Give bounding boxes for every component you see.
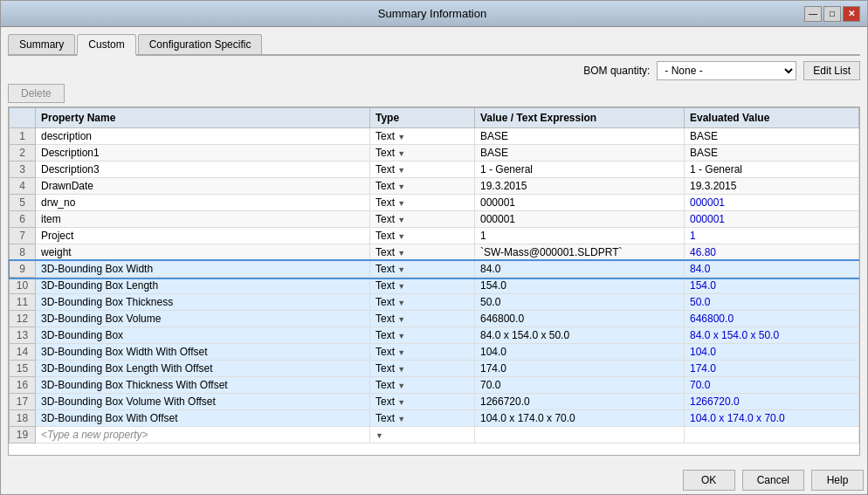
value-cell[interactable]: 70.0 [475, 377, 685, 394]
tab-summary[interactable]: Summary [8, 34, 75, 54]
type-cell[interactable]: Text ▼ [370, 228, 475, 244]
table-row[interactable]: 133D-Bounding BoxText ▼84.0 x 154.0 x 50… [10, 327, 859, 344]
bom-select[interactable]: - None - [657, 61, 796, 80]
table-row[interactable]: 4DrawnDateText ▼19.3.201519.3.2015 [10, 178, 859, 195]
cancel-button[interactable]: Cancel [742, 470, 804, 491]
type-dropdown-arrow[interactable]: ▼ [397, 332, 405, 340]
value-cell[interactable]: BASE [475, 145, 685, 162]
type-cell[interactable]: Text ▼ [370, 294, 475, 311]
value-cell[interactable]: 104.0 x 174.0 x 70.0 [475, 410, 685, 427]
type-dropdown-arrow[interactable]: ▼ [397, 232, 405, 241]
value-cell[interactable]: 1 - General [475, 162, 685, 178]
properties-table-container[interactable]: Property Name Type Value / Text Expressi… [8, 107, 860, 456]
type-cell[interactable]: Text ▼ [370, 278, 475, 294]
type-cell[interactable]: Text ▼ [370, 178, 475, 195]
table-row[interactable]: 19<Type a new property>▼ [10, 427, 859, 443]
type-cell[interactable]: Text ▼ [370, 128, 475, 145]
value-cell[interactable]: BASE [475, 128, 685, 145]
value-cell[interactable]: 174.0 [475, 361, 685, 377]
type-cell[interactable]: Text ▼ [370, 145, 475, 162]
type-dropdown-arrow[interactable]: ▼ [397, 348, 405, 357]
property-name-cell[interactable]: 3D-Bounding Box Volume With Offset [36, 394, 370, 410]
property-name-cell[interactable]: Description1 [36, 145, 370, 162]
property-name-cell[interactable]: 3D-Bounding Box Length With Offset [36, 361, 370, 377]
type-dropdown-arrow[interactable]: ▼ [397, 365, 405, 374]
delete-button[interactable]: Delete [8, 84, 65, 103]
type-dropdown-arrow[interactable]: ▼ [397, 315, 405, 324]
type-dropdown-arrow[interactable]: ▼ [397, 216, 405, 224]
property-name-cell[interactable]: 3D-Bounding Box Width [36, 261, 370, 278]
type-dropdown-arrow[interactable]: ▼ [397, 249, 405, 258]
table-row[interactable]: 5drw_noText ▼000001000001 [10, 195, 859, 211]
table-row[interactable]: 143D-Bounding Box Width With OffsetText … [10, 344, 859, 361]
property-name-cell[interactable]: 3D-Bounding Box [36, 327, 370, 344]
type-dropdown-arrow[interactable]: ▼ [397, 282, 405, 291]
value-cell[interactable]: 000001 [475, 195, 685, 211]
table-row[interactable]: 8weightText ▼`SW-Mass@000001.SLDPRT`46.8… [10, 244, 859, 261]
property-name-cell[interactable]: 3D-Bounding Box Thickness [36, 294, 370, 311]
type-cell[interactable]: Text ▼ [370, 244, 475, 261]
type-dropdown-arrow[interactable]: ▼ [397, 415, 405, 423]
property-name-cell[interactable]: description [36, 128, 370, 145]
value-cell[interactable]: 154.0 [475, 278, 685, 294]
type-cell[interactable]: Text ▼ [370, 394, 475, 410]
type-cell[interactable]: Text ▼ [370, 211, 475, 228]
minimize-button[interactable]: — [804, 6, 822, 22]
table-row[interactable]: 163D-Bounding Box Thickness With OffsetT… [10, 377, 859, 394]
type-cell[interactable]: Text ▼ [370, 344, 475, 361]
property-name-cell[interactable]: 3D-Bounding Box Length [36, 278, 370, 294]
value-cell[interactable]: 1266720.0 [475, 394, 685, 410]
help-button[interactable]: Help [811, 470, 864, 491]
property-name-cell[interactable]: 3D-Bounding Box Width With Offset [36, 344, 370, 361]
property-name-cell[interactable]: drw_no [36, 195, 370, 211]
property-name-cell[interactable]: item [36, 211, 370, 228]
property-name-cell[interactable]: 3D-Bounding Box With Offset [36, 410, 370, 427]
table-row[interactable]: 6itemText ▼000001000001 [10, 211, 859, 228]
edit-list-button[interactable]: Edit List [803, 61, 860, 80]
table-row[interactable]: 2Description1Text ▼BASEBASE [10, 145, 859, 162]
type-dropdown-arrow[interactable]: ▼ [397, 182, 405, 191]
value-cell[interactable]: 84.0 [475, 261, 685, 278]
type-cell[interactable]: Text ▼ [370, 327, 475, 344]
value-cell[interactable]: 50.0 [475, 294, 685, 311]
close-button[interactable]: ✕ [843, 6, 860, 22]
value-cell[interactable] [475, 427, 685, 443]
type-cell[interactable]: Text ▼ [370, 311, 475, 327]
value-cell[interactable]: 84.0 x 154.0 x 50.0 [475, 327, 685, 344]
value-cell[interactable]: 104.0 [475, 344, 685, 361]
type-cell[interactable]: Text ▼ [370, 410, 475, 427]
value-cell[interactable]: 000001 [475, 211, 685, 228]
table-row[interactable]: 1descriptionText ▼BASEBASE [10, 128, 859, 145]
type-dropdown-arrow[interactable]: ▼ [397, 382, 405, 390]
value-cell[interactable]: 646800.0 [475, 311, 685, 327]
property-name-cell[interactable]: Project [36, 228, 370, 244]
type-dropdown-arrow[interactable]: ▼ [397, 166, 405, 175]
type-dropdown-arrow[interactable]: ▼ [397, 133, 405, 141]
table-row[interactable]: 113D-Bounding Box ThicknessText ▼50.050.… [10, 294, 859, 311]
type-cell[interactable]: Text ▼ [370, 377, 475, 394]
value-cell[interactable]: `SW-Mass@000001.SLDPRT` [475, 244, 685, 261]
table-row[interactable]: 183D-Bounding Box With OffsetText ▼104.0… [10, 410, 859, 427]
type-dropdown-arrow[interactable]: ▼ [397, 299, 405, 307]
type-dropdown-arrow[interactable]: ▼ [397, 199, 405, 208]
type-cell[interactable]: Text ▼ [370, 261, 475, 278]
property-name-cell[interactable]: 3D-Bounding Box Volume [36, 311, 370, 327]
value-cell[interactable]: 1 [475, 228, 685, 244]
tab-configuration[interactable]: Configuration Specific [138, 34, 263, 54]
table-row[interactable]: 103D-Bounding Box LengthText ▼154.0154.0 [10, 278, 859, 294]
type-dropdown-arrow[interactable]: ▼ [397, 398, 405, 407]
property-name-cell[interactable]: <Type a new property> [36, 427, 370, 443]
property-name-cell[interactable]: DrawnDate [36, 178, 370, 195]
type-cell[interactable]: Text ▼ [370, 361, 475, 377]
type-dropdown-arrow[interactable]: ▼ [397, 149, 405, 158]
type-cell[interactable]: ▼ [370, 427, 475, 443]
table-row[interactable]: 173D-Bounding Box Volume With OffsetText… [10, 394, 859, 410]
table-row[interactable]: 153D-Bounding Box Length With OffsetText… [10, 361, 859, 377]
tab-custom[interactable]: Custom [77, 34, 135, 56]
value-cell[interactable]: 19.3.2015 [475, 178, 685, 195]
table-row[interactable]: 93D-Bounding Box WidthText ▼84.084.0 [10, 261, 859, 278]
property-name-cell[interactable]: Description3 [36, 162, 370, 178]
property-name-cell[interactable]: weight [36, 244, 370, 261]
type-dropdown-arrow[interactable]: ▼ [375, 431, 383, 440]
ok-button[interactable]: OK [683, 470, 735, 491]
